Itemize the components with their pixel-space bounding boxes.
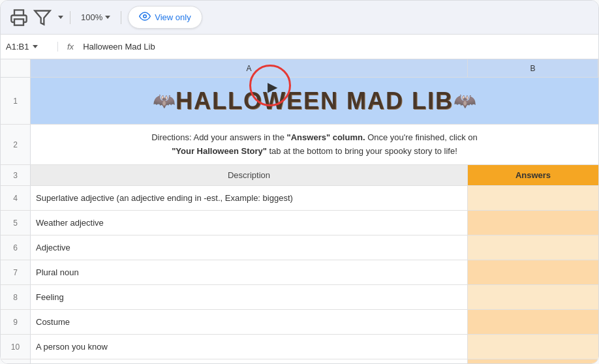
cell-11a: Second costume xyxy=(31,359,468,364)
row-num-11: 11 xyxy=(1,359,31,364)
divider xyxy=(70,11,70,24)
row-1: 1 ▶ 🦇 HALLOWEEN MAD LIB 🦇 xyxy=(1,78,598,125)
toolbar: 100% View only xyxy=(1,1,598,35)
column-headers: A B xyxy=(1,59,598,78)
directions-line2: "Your Halloween Story" tab at the bottom… xyxy=(172,145,457,159)
row-num-2: 2 xyxy=(1,125,31,164)
cell-5a: Weather adjective xyxy=(31,211,468,235)
description-header: Description xyxy=(31,165,468,185)
print-icon[interactable] xyxy=(10,8,28,27)
cell-reference: A1:B1 xyxy=(6,42,58,52)
filter-icon[interactable] xyxy=(33,8,52,27)
cell-8b[interactable] xyxy=(468,285,598,309)
cell-7b[interactable] xyxy=(468,260,598,284)
row-10: 10 A person you know xyxy=(1,335,598,359)
cell-10b[interactable] xyxy=(468,335,598,359)
answers-header: Answers xyxy=(468,165,598,185)
row-6: 6 Adjective xyxy=(1,235,598,260)
row-num-1: 1 xyxy=(1,78,31,124)
spreadsheet: A B 1 ▶ 🦇 HALLOWEEN MAD LIB 🦇 2 xyxy=(1,59,598,364)
row-7: 7 Plural noun xyxy=(1,260,598,285)
cell-4b[interactable] xyxy=(468,186,598,210)
row-num-6: 6 xyxy=(1,235,31,260)
cell-9a: Costume xyxy=(31,310,468,334)
title-cell: ▶ 🦇 HALLOWEEN MAD LIB 🦇 xyxy=(31,78,598,124)
formula-bar: A1:B1 fx Halloween Mad Lib xyxy=(1,35,598,59)
row-9: 9 Costume xyxy=(1,310,598,335)
row-num-10: 10 xyxy=(1,335,31,359)
divider2 xyxy=(121,11,121,24)
cell-4a: Superlative adjective (an adjective endi… xyxy=(31,186,468,210)
cell-ref-chevron-icon xyxy=(33,45,38,48)
row-num-8: 8 xyxy=(1,285,31,309)
eye-icon xyxy=(139,10,151,24)
col-header-a[interactable]: A xyxy=(31,59,468,77)
cell-5b[interactable] xyxy=(468,211,598,235)
zoom-chevron-icon xyxy=(105,16,110,19)
cell-11b[interactable] xyxy=(468,359,598,364)
cell-8a: Feeling xyxy=(31,285,468,309)
formula-content: Halloween Mad Lib xyxy=(83,42,155,52)
view-only-label: View only xyxy=(155,12,191,22)
row-3: 3 Description Answers xyxy=(1,165,598,186)
row-8: 8 Feeling xyxy=(1,285,598,310)
row-2: 2 Directions: Add your answers in the "A… xyxy=(1,125,598,165)
halloween-title: HALLOWEEN MAD LIB xyxy=(176,87,453,115)
row-4: 4 Superlative adjective (an adjective en… xyxy=(1,186,598,211)
bat-right-icon: 🦇 xyxy=(453,90,476,112)
svg-point-2 xyxy=(144,15,147,18)
directions-line1: Directions: Add your answers in the "Ans… xyxy=(151,131,478,145)
directions-cell: Directions: Add your answers in the "Ans… xyxy=(31,125,598,164)
cell-ref-text: A1:B1 xyxy=(6,42,29,52)
row-num-7: 7 xyxy=(1,260,31,284)
cell-6b[interactable] xyxy=(468,235,598,260)
bat-left-icon: 🦇 xyxy=(153,90,176,112)
row-11: 11 Second costume xyxy=(1,359,598,364)
cell-6a: Adjective xyxy=(31,235,468,260)
svg-rect-0 xyxy=(14,19,23,25)
cell-9b[interactable] xyxy=(468,310,598,334)
cell-7a: Plural noun xyxy=(31,260,468,284)
sheet-wrapper: A B 1 ▶ 🦇 HALLOWEEN MAD LIB 🦇 2 xyxy=(1,59,598,364)
corner-cell xyxy=(1,59,31,77)
view-only-button[interactable]: View only xyxy=(128,6,202,29)
svg-marker-1 xyxy=(35,10,50,24)
filter-chevron-icon xyxy=(58,16,63,19)
cell-10a: A person you know xyxy=(31,335,468,359)
col-header-b[interactable]: B xyxy=(468,59,598,77)
fx-label: fx xyxy=(63,42,78,52)
zoom-control[interactable]: 100% xyxy=(77,10,114,25)
zoom-level: 100% xyxy=(81,12,102,22)
row-num-9: 9 xyxy=(1,310,31,334)
row-5: 5 Weather adjective xyxy=(1,211,598,235)
row-num-3: 3 xyxy=(1,165,31,185)
row-num-5: 5 xyxy=(1,211,31,235)
row-num-4: 4 xyxy=(1,186,31,210)
